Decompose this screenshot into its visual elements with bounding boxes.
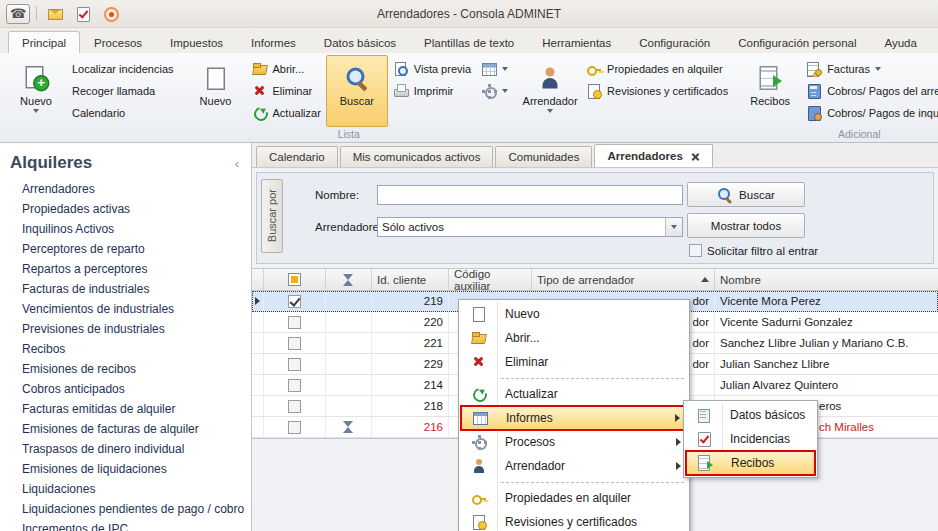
nuevo-general-button[interactable]: Nuevo	[5, 55, 67, 127]
sidebar-item[interactable]: Emisiones de liquidaciones	[0, 459, 251, 479]
sidebar-item[interactable]: Incrementos de IPC	[0, 519, 251, 531]
row-checkbox-cell[interactable]	[264, 396, 326, 416]
row-checkbox[interactable]	[288, 358, 301, 371]
sidebar-item[interactable]: Repartos a perceptores	[0, 259, 251, 279]
collapse-sidebar-icon[interactable]: ‹	[235, 156, 239, 171]
ribbon-tab[interactable]: Principal	[8, 31, 80, 53]
context-menu-item[interactable]: Propiedades en alquiler	[461, 486, 687, 510]
recibos-ribbon-button[interactable]: Recibos	[739, 55, 801, 127]
context-menu-item[interactable]	[461, 478, 687, 486]
row-checkbox-cell[interactable]	[264, 354, 326, 374]
document-tab[interactable]: Arrendadores	[594, 144, 712, 167]
arrendador-button[interactable]: Arrendador	[519, 55, 581, 127]
submenu-item[interactable]: Datos básicos	[686, 403, 815, 427]
facturas-dropdown[interactable]: Facturas	[801, 58, 938, 80]
header-select-all[interactable]	[264, 269, 326, 290]
ribbon-tab[interactable]: Impuestos	[156, 31, 237, 53]
sidebar-item[interactable]: Liquidaciones pendientes de pago / cobro	[0, 499, 251, 519]
sidebar-item[interactable]: Traspasos de dinero individual	[0, 439, 251, 459]
row-checkbox[interactable]	[288, 337, 301, 350]
ribbon-tab[interactable]: Herramientas	[528, 31, 625, 53]
buscar-ribbon-button[interactable]: Buscar	[326, 55, 388, 127]
mostrar-todos-button[interactable]: Mostrar todos	[687, 213, 805, 238]
sidebar-item[interactable]: Facturas de industriales	[0, 279, 251, 299]
context-menu-item[interactable]	[461, 374, 687, 382]
arrendadores-select[interactable]: Sólo activos	[377, 217, 683, 237]
settings-dropdown[interactable]	[476, 80, 513, 102]
person-icon	[471, 458, 487, 474]
sidebar-item[interactable]: Liquidaciones	[0, 479, 251, 499]
context-menu-item[interactable]: Revisiones y certificados	[461, 510, 687, 531]
header-id-cliente[interactable]: Id. cliente	[372, 269, 449, 290]
header-codigo-auxiliar[interactable]: Código auxiliar	[449, 269, 532, 290]
sidebar-item[interactable]: Cobros anticipados	[0, 379, 251, 399]
sidebar-item[interactable]: Emisiones de facturas de alquiler	[0, 419, 251, 439]
sidebar-item[interactable]: Facturas emitidas de alquiler	[0, 399, 251, 419]
cell-id-cliente: 214	[372, 375, 449, 395]
row-checkbox-cell[interactable]	[264, 333, 326, 353]
sidebar-item[interactable]: Propiedades activas	[0, 199, 251, 219]
submenu-item[interactable]: Recibos	[686, 451, 815, 475]
context-menu-item[interactable]: Informes	[461, 406, 687, 430]
grid-options-dropdown[interactable]	[476, 58, 513, 80]
propiedades-alquiler-button[interactable]: Propiedades en alquiler	[581, 58, 733, 80]
row-checkbox-cell[interactable]	[264, 375, 326, 395]
header-nombre[interactable]: Nombre	[715, 269, 938, 290]
localizar-incidencias-button[interactable]: Localizar incidencias	[67, 58, 179, 80]
context-menu-item[interactable]: Actualizar	[461, 382, 687, 406]
sidebar-item[interactable]: Arrendadores	[0, 179, 251, 199]
mail-button[interactable]	[43, 3, 67, 25]
ribbon-tab[interactable]: Datos básicos	[310, 31, 410, 53]
row-checkbox[interactable]	[288, 379, 301, 392]
ribbon-tab[interactable]: Configuración	[625, 31, 724, 53]
sidebar-item[interactable]: Inquilinos Activos	[0, 219, 251, 239]
ribbon-tab[interactable]: Procesos	[80, 31, 156, 53]
ribbon-tab[interactable]: Ayuda	[871, 31, 931, 53]
row-checkbox[interactable]	[288, 421, 301, 434]
context-menu-item[interactable]: Nuevo	[461, 302, 687, 326]
combo-drop-button[interactable]	[665, 218, 682, 236]
header-hourglass[interactable]	[326, 269, 372, 290]
actualizar-button[interactable]: Actualizar	[247, 102, 326, 124]
solicitar-filtro-checkbox[interactable]	[689, 244, 702, 257]
recoger-llamada-button[interactable]: Recoger llamada	[67, 80, 179, 102]
nuevo-lista-button[interactable]: Nuevo	[185, 55, 247, 127]
tasks-button[interactable]	[71, 3, 95, 25]
buscar-por-tab[interactable]: Buscar por	[261, 179, 283, 253]
imprimir-button[interactable]: Imprimir	[388, 80, 476, 102]
eliminar-button[interactable]: Eliminar	[247, 80, 326, 102]
ribbon-tab[interactable]: Configuración personal	[724, 31, 870, 53]
app-menu-button[interactable]: ☎	[6, 4, 30, 24]
sidebar-item[interactable]: Recibos	[0, 339, 251, 359]
sidebar-item[interactable]: Perceptores de reparto	[0, 239, 251, 259]
row-checkbox-cell[interactable]	[264, 417, 326, 437]
ribbon-tab[interactable]: Plantillas de texto	[410, 31, 528, 53]
ribbon-tab[interactable]: Informes	[237, 31, 310, 53]
row-checkbox[interactable]	[288, 400, 301, 413]
document-tab[interactable]: Calendario	[256, 146, 338, 167]
sidebar-item[interactable]: Vencimientos de industriales	[0, 299, 251, 319]
document-tab[interactable]: Mis comunicados activos	[340, 146, 494, 167]
calendario-button[interactable]: Calendario	[67, 102, 179, 124]
close-icon[interactable]	[691, 152, 700, 161]
revisiones-certificados-button[interactable]: Revisiones y certificados	[581, 80, 733, 102]
sidebar-item[interactable]: Emisiones de recibos	[0, 359, 251, 379]
vista-previa-button[interactable]: Vista previa	[388, 58, 476, 80]
row-checkbox[interactable]	[288, 316, 301, 329]
buscar-button[interactable]: Buscar	[687, 182, 805, 207]
row-checkbox[interactable]	[288, 295, 301, 308]
context-menu-item[interactable]: Abrir...	[461, 326, 687, 350]
abrir-button[interactable]: Abrir...	[247, 58, 326, 80]
document-tab[interactable]: Comunidades	[495, 146, 592, 167]
header-tipo-arrendador[interactable]: Tipo de arrendador	[532, 269, 715, 290]
content-pane: Calendario Mis comunicados activos Comun…	[252, 143, 938, 531]
submenu-item[interactable]: Incidencias	[686, 427, 815, 451]
row-checkbox-cell[interactable]	[264, 291, 326, 311]
context-menu-item[interactable]: Procesos	[461, 430, 687, 454]
cobros-inquilinos-button[interactable]: Cobros/ Pagos de inquilinos	[801, 102, 938, 124]
row-checkbox-cell[interactable]	[264, 312, 326, 332]
sidebar-item[interactable]: Previsiones de industriales	[0, 319, 251, 339]
broadcast-button[interactable]	[99, 3, 123, 25]
nombre-input[interactable]	[377, 185, 683, 205]
cobros-arrendador-button[interactable]: Cobros/ Pagos del arrendador	[801, 80, 938, 102]
